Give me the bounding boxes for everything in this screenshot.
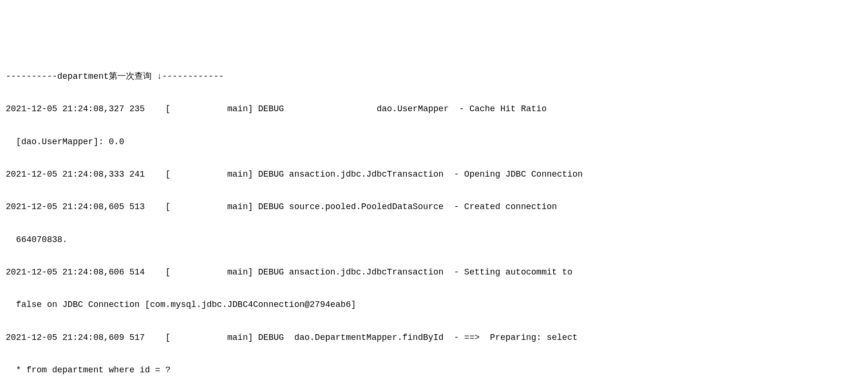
log-line: 2021-12-05 21:24:08,605 513 [ main] DEBU… bbox=[6, 199, 862, 215]
log-line: 2021-12-05 21:24:08,606 514 [ main] DEBU… bbox=[6, 264, 862, 280]
log-line: * from department where id = ? bbox=[6, 362, 862, 378]
log-line: false on JDBC Connection [com.mysql.jdbc… bbox=[6, 296, 862, 313]
log-line: 2021-12-05 21:24:08,327 235 [ main] DEBU… bbox=[6, 101, 862, 117]
log-line: 2021-12-05 21:24:08,333 241 [ main] DEBU… bbox=[6, 166, 862, 182]
log-line: 664070838. bbox=[6, 232, 862, 248]
log-line: [dao.UserMapper]: 0.0 bbox=[6, 134, 862, 150]
log-line: 2021-12-05 21:24:08,609 517 [ main] DEBU… bbox=[6, 329, 862, 346]
log-header-1: ----------department第一次查询 ↓------------ bbox=[6, 68, 862, 84]
